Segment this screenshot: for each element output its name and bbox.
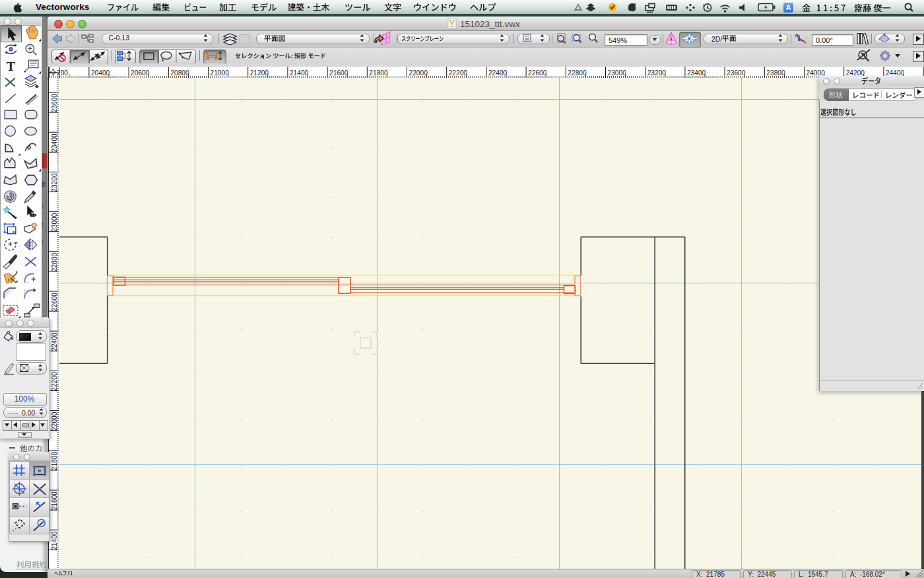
svg-text:23600: 23600 — [51, 94, 58, 113]
svg-text:23400: 23400 — [687, 69, 706, 77]
svg-text:23600: 23600 — [727, 69, 746, 77]
svg-text:23400: 23400 — [51, 133, 58, 153]
svg-text:22800: 22800 — [51, 252, 58, 271]
svg-text:22000: 22000 — [409, 69, 428, 77]
svg-text:22000: 22000 — [51, 412, 58, 431]
svg-text:21800: 21800 — [51, 451, 58, 470]
svg-text:20400: 20400 — [91, 69, 110, 77]
svg-text:T: T — [7, 59, 15, 73]
svg-text:21600: 21600 — [329, 69, 348, 77]
svg-text:23000: 23000 — [608, 69, 627, 77]
svg-text:20600: 20600 — [131, 69, 150, 77]
svg-text:21200: 21200 — [250, 69, 269, 77]
svg-text:21600: 21600 — [51, 491, 58, 511]
svg-text:22400: 22400 — [51, 332, 58, 351]
svg-text:21400: 21400 — [290, 69, 309, 77]
svg-text:22400: 22400 — [488, 69, 508, 77]
svg-text:20800: 20800 — [170, 69, 189, 77]
svg-text:22200: 22200 — [449, 69, 468, 77]
svg-text:23200: 23200 — [51, 173, 58, 192]
svg-text:21000: 21000 — [211, 69, 230, 77]
svg-text:23200: 23200 — [647, 69, 667, 77]
svg-text:22600: 22600 — [51, 293, 58, 312]
svg-text:21800: 21800 — [369, 69, 388, 77]
svg-text:22200: 22200 — [51, 372, 58, 391]
svg-text:22800: 22800 — [568, 69, 587, 77]
svg-text:23800: 23800 — [766, 69, 785, 77]
svg-text:22600: 22600 — [528, 69, 547, 77]
svg-text:21400: 21400 — [51, 531, 58, 550]
svg-text:23000: 23000 — [51, 213, 58, 232]
